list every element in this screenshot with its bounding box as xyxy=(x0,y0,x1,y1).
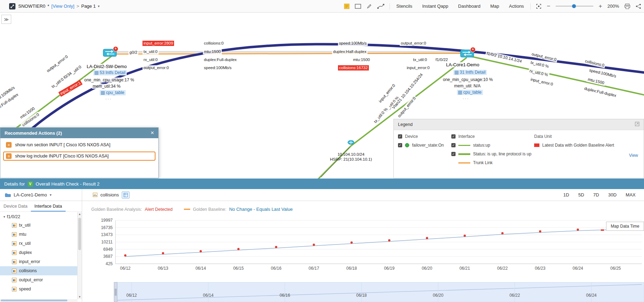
tree-item-speed[interactable]: speed xyxy=(0,284,77,294)
range-1d[interactable]: 1D xyxy=(563,192,569,197)
page-caret-icon[interactable]: ▾ xyxy=(98,4,100,8)
view-link[interactable]: View xyxy=(629,153,638,158)
map-label: f1/0/22 xyxy=(434,57,449,62)
fit-screen-icon[interactable] xyxy=(536,4,542,9)
legend-col-data-unit: Data Unit xyxy=(534,134,552,139)
tree-item-output-error[interactable]: output_error xyxy=(0,275,77,284)
rectangle-tool-icon[interactable] xyxy=(355,4,361,9)
print-icon[interactable] xyxy=(624,4,630,9)
failover-state-label: failover_state:On xyxy=(412,143,444,148)
intfs-detail-link[interactable]: 53 Intfs Detail xyxy=(93,70,127,75)
svg-text:16735: 16735 xyxy=(101,225,113,230)
tab-device-data[interactable]: Device Data xyxy=(0,201,31,212)
tab-interface-data[interactable]: Interface Data xyxy=(31,201,66,212)
map-expander-button[interactable]: ≫ xyxy=(1,15,11,24)
svg-text:06/18: 06/18 xyxy=(346,266,357,271)
details-body: Device DataInterface Data ▾ f1/0/22 tx_u… xyxy=(0,201,644,302)
details-header: Details for V Overall Health Check - Res… xyxy=(0,179,644,189)
menu-map[interactable]: Map xyxy=(489,4,500,9)
checkbox-spacer xyxy=(451,161,456,165)
recommended-actions-list: ≡show run section INPUT [ Cisco IOS NXOS… xyxy=(0,140,158,161)
tree-item-rx-util[interactable]: rx_util xyxy=(0,239,77,248)
pin-chart-button[interactable] xyxy=(122,192,130,199)
scroll-down-icon[interactable]: ▼ xyxy=(78,295,82,299)
map-icon[interactable] xyxy=(9,3,15,9)
metric-chart[interactable]: 199971673513473102116949368742506/1206/1… xyxy=(82,217,644,302)
more-dots[interactable]: ··· xyxy=(105,96,112,101)
svg-text:06/19: 06/19 xyxy=(384,266,394,271)
tree-parent-interface[interactable]: ▾ f1/0/22 xyxy=(0,212,77,221)
h-scrollbar-thumb[interactable] xyxy=(1,300,67,301)
curve-line-icon[interactable] xyxy=(377,4,384,9)
map-label: speed:100Mb/s xyxy=(203,65,233,71)
mem-util-stat: mem_util: N/A xyxy=(453,83,481,88)
map-canvas[interactable]: input_error:2809g0/2tx_util:0rx_util:0ou… xyxy=(0,13,644,179)
page-selector[interactable]: Page 1 xyxy=(81,4,95,9)
recommended-actions-title: Recommended Actions (2) xyxy=(5,130,62,136)
svg-text:06/18: 06/18 xyxy=(356,293,367,298)
device-name[interactable]: LA-Core1-Demo xyxy=(445,62,480,67)
hsrp-node-icon[interactable] xyxy=(347,140,354,147)
zoom-out-button[interactable]: − xyxy=(547,3,550,9)
range-5d[interactable]: 5D xyxy=(578,192,584,197)
tree-item-duplex[interactable]: duplex xyxy=(0,248,77,257)
zoom-slider[interactable] xyxy=(556,6,593,7)
map-label: input_error:0 xyxy=(406,65,431,71)
more-dots[interactable]: ··· xyxy=(463,96,469,101)
recommended-action[interactable]: ≡show run section INPUT [ Cisco IOS NXOS… xyxy=(3,140,155,149)
metric-icon xyxy=(12,278,16,282)
alert-data-label: Latest Data with Golden Baseline Alert xyxy=(542,143,614,148)
legend-checkbox[interactable]: ✓ xyxy=(451,152,456,156)
horizontal-scrollbar[interactable] xyxy=(0,299,78,302)
scrollbar-thumb[interactable] xyxy=(78,218,81,250)
range-7d[interactable]: 7D xyxy=(593,192,599,197)
view-only-link[interactable]: [View Only] xyxy=(51,4,74,9)
pencil-icon[interactable] xyxy=(366,4,372,9)
zoom-in-button[interactable]: + xyxy=(599,3,602,9)
chevron-down-icon: ▾ xyxy=(50,193,52,197)
map-label: mtu:1500 xyxy=(203,49,222,54)
svg-text:06/20: 06/20 xyxy=(422,266,432,271)
menu-stencils[interactable]: Stencils xyxy=(395,4,413,9)
tree-item-tx-util[interactable]: tx_util xyxy=(0,221,77,230)
tree-item-input-error[interactable]: input_error xyxy=(0,257,77,266)
tree-item-mtu[interactable]: mtu xyxy=(0,230,77,239)
legend-col-device: Device xyxy=(405,134,418,139)
legend-row: Trunk Link xyxy=(451,160,531,166)
breadcrumb: SNOWTIER0 * [View Only] > Page 1 ▾ xyxy=(18,4,100,9)
cpu-table-link[interactable]: cpu_table xyxy=(457,90,483,95)
vertical-scrollbar[interactable]: ▲ ▼ xyxy=(77,212,82,299)
interface-checkbox[interactable]: ✓ xyxy=(451,134,456,139)
menu-dashboard[interactable]: Dashboard xyxy=(457,4,482,9)
intfs-detail-link[interactable]: 31 Intfs Detail xyxy=(453,70,487,75)
close-icon[interactable]: × xyxy=(151,129,154,136)
share-icon[interactable] xyxy=(636,4,641,9)
scroll-up-icon[interactable]: ▲ xyxy=(78,212,82,216)
device-name[interactable]: LA-Dist2-SW-Demo xyxy=(86,64,128,69)
range-max[interactable]: MAX xyxy=(626,192,636,197)
zoom-slider-knob[interactable] xyxy=(572,4,576,8)
menu-instant-qapp[interactable]: Instant Qapp xyxy=(421,4,449,9)
tree-item-collisions[interactable]: collisions xyxy=(0,266,77,275)
device-selector[interactable]: LA-Core1-Demo ▾ xyxy=(0,189,82,201)
cpu-table-link[interactable]: cpu_table xyxy=(100,90,126,95)
scrubber-handle[interactable] xyxy=(114,282,117,302)
svg-text:06/14: 06/14 xyxy=(203,293,213,298)
svg-text:19997: 19997 xyxy=(101,218,113,223)
range-30d[interactable]: 30D xyxy=(608,192,617,197)
map-label: mtu:1500 xyxy=(352,57,371,62)
legend-checkbox[interactable]: ✓ xyxy=(451,143,456,147)
recommended-action[interactable]: ≡show log include INPUT [Cisco IOS NXOS … xyxy=(3,152,155,161)
expand-icon[interactable] xyxy=(635,122,639,127)
map-label: speed:100Mb/s xyxy=(338,41,368,46)
map-label: duplex:Half-duplex xyxy=(332,49,367,54)
device-checkbox[interactable]: ✓ xyxy=(398,134,402,139)
menu-actions[interactable]: Actions xyxy=(508,4,525,9)
note-icon[interactable] xyxy=(344,4,350,9)
map-title: SNOWTIER0 xyxy=(18,4,45,9)
failover-checkbox[interactable]: ✓ xyxy=(398,143,402,147)
recommended-actions-header: Recommended Actions (2) × xyxy=(0,128,158,138)
grid-icon xyxy=(455,71,458,74)
toolbar-right: StencilsInstant QappDashboardMapActions … xyxy=(344,3,644,9)
cpu-usage-stat: one_min_cpu_usage:10 % xyxy=(442,77,493,82)
